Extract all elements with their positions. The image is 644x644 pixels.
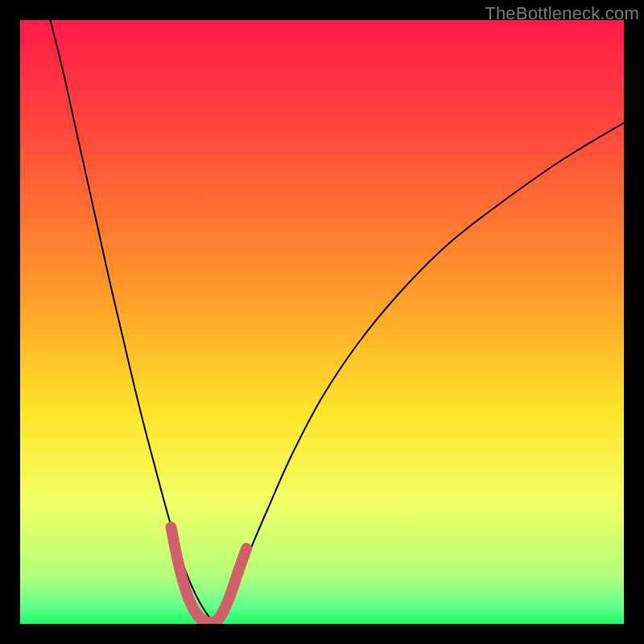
bottleneck-chart: [20, 20, 624, 624]
chart-area: [20, 20, 624, 624]
watermark-text: TheBottleneck.com: [485, 3, 639, 24]
gradient-background: [20, 20, 624, 624]
